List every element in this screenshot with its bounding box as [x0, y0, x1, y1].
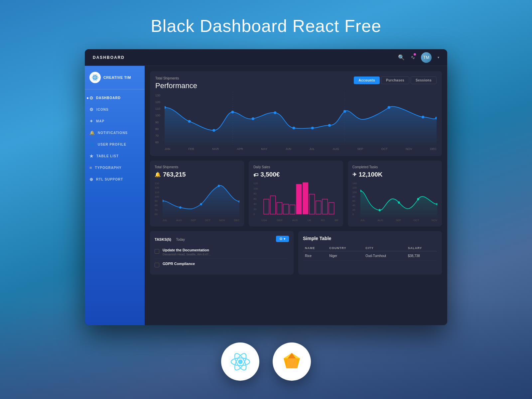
sidebar-item-dashboard[interactable]: ⊙ DASHBOARD	[85, 92, 145, 104]
main-performance-chart	[165, 92, 437, 145]
tasks-gear-button[interactable]: ⚙ ▾	[276, 236, 289, 242]
task-desc-1: Dwuamish Head, Seattle, WA 8:47...	[163, 253, 211, 256]
svg-rect-48	[296, 184, 302, 214]
sidebar-nav: ⊙ DASHBOARD ⚙ ICONS ✦ MAP 🔔 NOTIFICATION…	[85, 92, 145, 185]
simple-table-card: Simple Table NAME COUNTRY CITY SALARY	[298, 231, 442, 275]
notification-icon[interactable]: ∿	[411, 54, 415, 61]
svg-point-22	[328, 124, 331, 127]
chevron-down-icon: ▾	[438, 56, 439, 59]
search-icon[interactable]: 🔍	[398, 54, 405, 61]
task-name-1: Update the Documentation	[163, 248, 211, 252]
svg-rect-52	[323, 199, 328, 214]
tab-purchases[interactable]: Purchases	[381, 76, 409, 84]
dashboard-icon: ⊙	[89, 95, 93, 100]
chart-tab-group: Accounts Purchases Sessions	[354, 76, 437, 84]
svg-point-62	[378, 209, 380, 211]
svg-rect-49	[303, 183, 308, 214]
completed-tasks-card: Completed Tasks ✈ 12,100K 140 120 100 80	[348, 161, 442, 226]
tab-accounts[interactable]: Accounts	[354, 76, 380, 84]
col-country: COUNTRY	[327, 245, 363, 251]
chart-title: Performance	[155, 81, 197, 90]
task-checkbox-2[interactable]	[155, 263, 159, 267]
total-shipments-card: Total Shipments 🔔 763,215 130 120 110 10…	[150, 161, 244, 226]
svg-rect-45	[277, 202, 282, 214]
task-item-1: Update the Documentation Dwuamish Head, …	[155, 245, 289, 259]
svg-point-17	[231, 111, 234, 113]
svg-point-3	[94, 77, 95, 78]
sidebar-item-typography[interactable]: ≡ TYPOGRAPHY	[85, 162, 145, 174]
chart-label: Total Shipments	[155, 76, 197, 80]
svg-point-33	[179, 206, 181, 209]
rtl-icon: ⊕	[89, 177, 93, 182]
daily-sales-card: Daily Sales 🏷 3,500€ 120 100 80 60 40	[249, 161, 343, 226]
svg-point-25	[422, 116, 424, 118]
table-list-icon: ★	[89, 154, 94, 159]
svg-point-18	[252, 117, 254, 120]
sketch-logo-circle	[273, 342, 311, 381]
simple-table: NAME COUNTRY CITY SALARY Rice Niger	[303, 245, 437, 261]
svg-point-24	[388, 106, 390, 109]
table-title: Simple Table	[303, 236, 437, 241]
svg-point-16	[212, 129, 215, 132]
topbar: DASHBOARD 🔍 ∿ TM ▾	[85, 49, 447, 66]
typography-icon: ≡	[89, 165, 92, 170]
brand-name: CREATIVE TIM	[103, 75, 131, 79]
svg-rect-43	[264, 199, 269, 214]
svg-rect-51	[316, 201, 321, 214]
svg-point-20	[292, 127, 295, 129]
notifications-icon: 🔔	[89, 130, 95, 135]
svg-point-23	[343, 110, 346, 113]
content-area: Total Shipments Performance Accounts Pur…	[145, 66, 447, 325]
svg-point-35	[218, 185, 220, 187]
task-item-2: GDPR Compliance	[155, 259, 289, 270]
svg-point-21	[311, 127, 314, 129]
user-profile-icon: 👤	[89, 142, 95, 147]
sidebar-item-rtl[interactable]: ⊕ RTL SUPPORT	[85, 174, 145, 185]
sidebar-item-notifications[interactable]: 🔔 NOTIFICATIONS	[85, 127, 145, 139]
sidebar-item-table-list[interactable]: ★ TABLE LIST	[85, 150, 145, 162]
svg-rect-47	[290, 205, 295, 214]
performance-chart-card: Total Shipments Performance Accounts Pur…	[150, 71, 442, 156]
svg-point-15	[188, 120, 191, 123]
table-row: Rice Niger Oud-Turnhout $38,738	[303, 251, 437, 261]
svg-point-64	[417, 198, 419, 200]
svg-point-19	[274, 111, 276, 114]
sidebar-brand[interactable]: CREATIVE TIM	[85, 66, 145, 89]
col-city: CITY	[363, 245, 406, 251]
react-logo-circle	[221, 342, 259, 381]
svg-point-34	[200, 203, 202, 205]
tab-sessions[interactable]: Sessions	[411, 76, 437, 84]
topbar-title: DASHBOARD	[93, 55, 125, 60]
avatar[interactable]: TM	[421, 52, 432, 63]
sidebar: CREATIVE TIM ⊙ DASHBOARD ⚙ ICONS ✦	[85, 66, 145, 325]
tasks-card: TASKS(5) Today ⚙ ▾ Update the Documentat…	[150, 231, 294, 275]
svg-rect-46	[283, 204, 289, 214]
col-name: NAME	[303, 245, 327, 251]
svg-point-63	[398, 201, 400, 204]
sidebar-item-map[interactable]: ✦ MAP	[85, 115, 145, 127]
sidebar-item-icons[interactable]: ⚙ ICONS	[85, 104, 145, 115]
task-name-2: GDPR Compliance	[163, 262, 195, 266]
map-icon: ✦	[89, 119, 93, 124]
sidebar-item-user-profile[interactable]: 👤 USER PROFILE	[85, 139, 145, 150]
task-checkbox-1[interactable]	[155, 249, 159, 254]
page-title: Black Dashboard React Free	[0, 16, 532, 36]
dashboard-window: DASHBOARD 🔍 ∿ TM ▾	[85, 49, 447, 325]
svg-rect-53	[329, 202, 334, 214]
col-salary: SALARY	[406, 245, 437, 251]
tasks-title: TASKS(5)	[155, 237, 171, 241]
svg-rect-44	[270, 196, 276, 214]
icons-icon: ⚙	[89, 107, 94, 112]
tasks-today: Today	[176, 238, 185, 241]
svg-point-66	[238, 359, 243, 364]
